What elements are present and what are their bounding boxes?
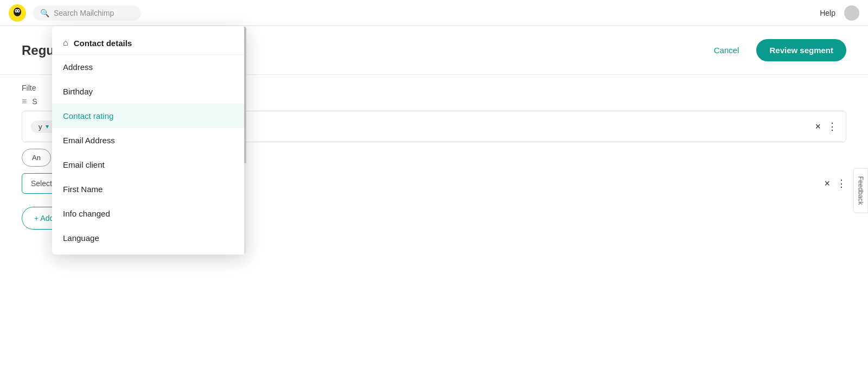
dropdown-item-contact-rating[interactable]: Contact rating xyxy=(52,104,246,128)
dropdown-scrollbar[interactable] xyxy=(244,26,246,255)
dropdown-item-label-email-address: Email Address xyxy=(63,136,115,145)
dropdown-item-address[interactable]: Address xyxy=(52,55,246,79)
filter-close-button-2[interactable]: × xyxy=(824,179,830,188)
dropdown-item-email-client[interactable]: Email client xyxy=(52,153,246,177)
filter-row-actions-1: × ⋮ xyxy=(815,120,837,132)
modal-actions: Cancel Review segment xyxy=(705,39,846,61)
dropdown-item-first-name[interactable]: First Name xyxy=(52,177,246,201)
filter-row-2-actions: × ⋮ xyxy=(824,177,846,189)
svg-point-4 xyxy=(16,10,17,11)
filter-label-text: Filte xyxy=(22,84,36,92)
segment-label: S xyxy=(32,97,37,106)
segment-icon: ≡ xyxy=(22,97,27,106)
dropdown-scrollbar-thumb xyxy=(244,26,246,163)
dropdown-menu: ⌂ Contact details Address Birthday Conta… xyxy=(52,26,246,255)
svg-point-5 xyxy=(18,10,19,11)
feedback-tab[interactable]: Feedback xyxy=(853,168,868,213)
cancel-button[interactable]: Cancel xyxy=(705,41,748,59)
user-avatar[interactable] xyxy=(844,5,859,21)
help-label[interactable]: Help xyxy=(820,9,835,17)
dropdown-item-label-info-changed: Info changed xyxy=(63,209,110,218)
dropdown-item-language[interactable]: Language xyxy=(52,226,246,250)
navbar: 🔍 Search Mailchimp Help xyxy=(0,0,868,26)
chevron-down-icon: ▾ xyxy=(46,123,49,130)
dropdown-item-label-language: Language xyxy=(63,233,99,243)
search-bar[interactable]: 🔍 Search Mailchimp xyxy=(33,5,141,21)
filter-more-button-1[interactable]: ⋮ xyxy=(827,120,837,132)
home-icon: ⌂ xyxy=(63,38,68,48)
dropdown-item-birthday[interactable]: Birthday xyxy=(52,79,246,104)
dropdown-item-label-address: Address xyxy=(63,62,93,72)
logo xyxy=(9,4,26,22)
search-icon: 🔍 xyxy=(40,9,49,17)
modal-overlay: Regu Cancel Review segment Filte ≡ S y ▾… xyxy=(0,26,868,381)
search-placeholder: Search Mailchimp xyxy=(54,9,114,17)
modal-title: Regu xyxy=(22,43,54,58)
svg-point-1 xyxy=(14,8,21,16)
dropdown-item-label-contact-rating: Contact rating xyxy=(63,111,113,120)
dropdown-item-label-birthday: Birthday xyxy=(63,87,93,96)
dropdown-item-label-first-name: First Name xyxy=(63,185,103,194)
dropdown-item-label-email-client: Email client xyxy=(63,160,105,169)
filter-tag-label: y xyxy=(39,123,42,131)
review-segment-button[interactable]: Review segment xyxy=(756,39,846,61)
filter-close-button-1[interactable]: × xyxy=(815,122,821,131)
and-button[interactable]: An xyxy=(22,149,51,167)
dropdown-item-info-changed[interactable]: Info changed xyxy=(52,201,246,226)
navbar-right: Help xyxy=(820,5,859,21)
dropdown-item-email-address[interactable]: Email Address xyxy=(52,128,246,153)
dropdown-header-label: Contact details xyxy=(74,39,132,48)
feedback-label: Feedback xyxy=(857,176,865,205)
filter-more-button-2[interactable]: ⋮ xyxy=(837,177,846,189)
dropdown-header: ⌂ Contact details xyxy=(52,30,246,55)
